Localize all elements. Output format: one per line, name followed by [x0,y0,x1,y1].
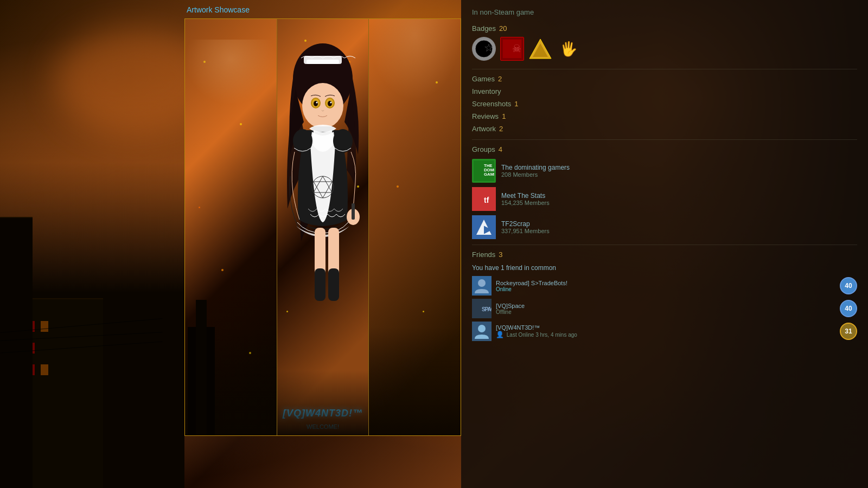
friend-name-vqspace[interactable]: [VQ]Space [496,303,835,309]
games-count: 2 [498,75,502,83]
group-members-meetstats: 154,235 Members [501,200,857,206]
svg-rect-16 [352,203,355,220]
last-online-icon: 👤 [496,331,504,338]
artwork-frame-right[interactable] [369,19,461,435]
stats-list: Games 2 Inventory Screenshots 1 Reviews … [472,75,857,133]
svg-rect-23 [328,268,339,301]
inventory-label: Inventory [472,87,501,95]
group-icon-meetstats: tf [472,187,496,211]
badge-silver[interactable]: ☆ [472,37,496,61]
svg-text:SPACE: SPACE [482,306,492,312]
divider-2 [472,139,857,140]
svg-rect-2 [304,56,342,64]
group-info-dominating: The dominating gamers 208 Members [501,164,857,178]
friend-item-vqw4nt3d[interactable]: [VQ]W4NT3D!™ 👤 Last Online 3 hrs, 4 mins… [472,322,857,341]
friends-header: Friends 3 [472,251,857,259]
group-name-meetstats[interactable]: Meet The Stats [501,192,857,200]
friend-level-vqspace: 40 [840,300,857,317]
screenshots-count: 1 [514,100,518,108]
divider-3 [472,245,857,245]
badges-section: Badges 20 ☆ ☠ 🖐 [472,24,857,61]
badges-count: 20 [499,24,507,33]
friends-count: 3 [499,251,502,259]
stat-reviews[interactable]: Reviews 1 [472,112,857,120]
friend-avatar-vqspace: SPACE [472,299,492,318]
svg-point-41 [478,279,486,287]
group-item-tf2scrap[interactable]: ▶ TF2Scrap 337,951 Members [472,215,857,239]
badge-triangle[interactable] [528,37,552,61]
friend-avatar-rockey [472,276,492,296]
badges-row: Badges 20 [472,24,857,33]
artwork-showcase-title: Artwork Showcase [184,5,461,14]
center-panel: Artwork Showcase [184,0,461,488]
artwork-frame-center[interactable]: [VQ]W4NT3D!™ WELCOME! [277,19,369,435]
svg-point-9 [328,101,332,106]
common-count: 1 friend [501,264,524,272]
svg-text:▶: ▶ [484,224,493,235]
svg-point-45 [478,325,486,332]
artwork-label: Artwork [472,125,496,133]
badge-red[interactable]: ☠ [500,37,524,61]
group-members-tf2scrap: 337,951 Members [501,228,857,234]
group-item-meetstats[interactable]: tf Meet The Stats 154,235 Members [472,187,857,211]
friend-info-rockey: Rockeyroad] S>TradeBots! Online [496,280,835,292]
group-name-dominating[interactable]: The dominating gamers [501,164,857,171]
stat-artwork[interactable]: Artwork 2 [472,125,857,133]
friends-section: Friends 3 You have 1 friend in common Ro… [472,251,857,341]
artwork-frames-container: [VQ]W4NT3D!™ WELCOME! [184,18,461,436]
right-panel: In non-Steam game Badges 20 ☆ ☠ 🖐 [461,0,868,488]
badge-hand[interactable]: 🖐 [557,37,580,61]
games-label: Games [472,75,495,83]
badges-label: Badges [472,24,496,33]
friend-name-vqw4nt3d[interactable]: [VQ]W4NT3D!™ [496,324,835,331]
friend-info-vqspace: [VQ]Space Offline [496,303,835,315]
group-icon-dominating: THEDOMINATINGGAMERS [472,159,496,183]
stat-inventory[interactable]: Inventory [472,87,857,95]
group-members-dominating: 208 Members [501,171,857,178]
svg-text:tf: tf [484,196,489,204]
status-text: In non-Steam game [472,8,534,16]
friend-status-rockey: Online [496,286,835,292]
friend-status-vqw4nt3d: 👤 Last Online 3 hrs, 4 mins ago [496,331,835,338]
friends-common: You have 1 friend in common [472,264,857,272]
friend-item-vqspace[interactable]: SPACE [VQ]Space Offline 40 [472,299,857,318]
group-info-tf2scrap: TF2Scrap 337,951 Members [501,220,857,234]
group-name-tf2scrap[interactable]: TF2Scrap [501,220,857,228]
friend-level-vqw4nt3d: 31 [840,323,857,340]
groups-header: Groups 4 [472,145,857,153]
svg-text:☠: ☠ [512,43,521,54]
artwork-frame-left[interactable] [185,19,277,435]
reviews-count: 1 [502,112,506,120]
stat-screenshots[interactable]: Screenshots 1 [472,100,857,108]
friend-name-rockey[interactable]: Rockeyroad] S>TradeBots! [496,280,835,286]
common-suffix: in common [524,264,556,272]
artwork-count: 2 [499,125,503,133]
maid-character-svg [277,35,369,317]
svg-point-14 [333,129,353,153]
svg-point-11 [330,102,332,104]
left-spacer [0,0,184,488]
screenshots-label: Screenshots [472,100,511,108]
friends-label: Friends [472,251,495,259]
svg-rect-22 [315,268,326,301]
friend-item-rockeyroad[interactable]: Rockeyroad] S>TradeBots! Online 40 [472,276,857,296]
status-bar: In non-Steam game [472,8,857,16]
svg-text:☆: ☆ [484,42,494,54]
frame-bottom-gradient [277,370,369,435]
divider-1 [472,69,857,69]
groups-label: Groups [472,145,495,153]
groups-count: 4 [499,145,502,153]
friend-level-rockey: 40 [840,277,857,294]
group-item-dominating[interactable]: THEDOMINATINGGAMERS The dominating gamer… [472,159,857,183]
main-container: Artwork Showcase [0,0,868,488]
common-text: You have [472,264,499,272]
badge-icons-container: ☆ ☠ 🖐 [472,37,857,61]
friend-info-vqw4nt3d: [VQ]W4NT3D!™ 👤 Last Online 3 hrs, 4 mins… [496,324,835,338]
friend-avatar-vqw4nt3d [472,322,492,341]
svg-point-8 [314,101,318,106]
svg-point-10 [316,102,318,104]
group-info-meetstats: Meet The Stats 154,235 Members [501,192,857,206]
stat-games[interactable]: Games 2 [472,75,857,83]
friend-status-vqspace: Offline [496,309,835,315]
svg-point-3 [302,83,343,129]
